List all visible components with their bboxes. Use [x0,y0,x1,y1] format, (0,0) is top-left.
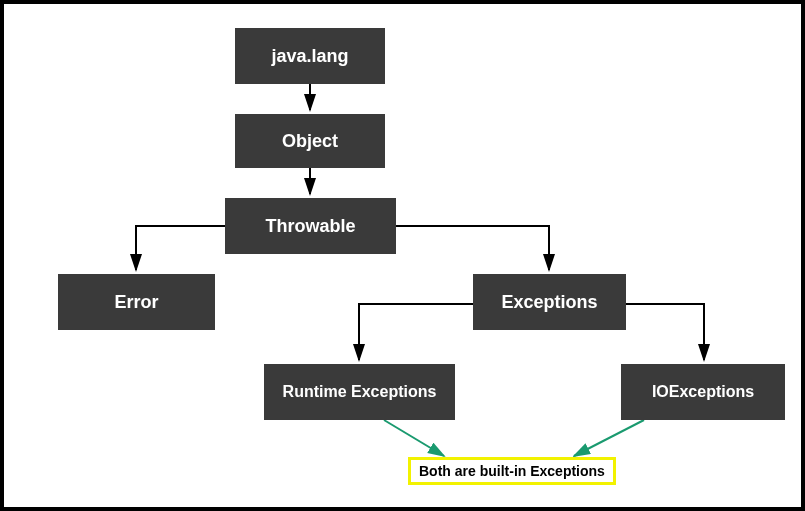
node-error: Error [58,274,215,330]
svg-line-2 [384,420,444,456]
edges-layer [4,4,801,507]
node-label: Object [282,131,338,152]
node-runtime-exceptions: Runtime Exceptions [264,364,455,420]
diagram-canvas: java.lang Object Throwable Error Excepti… [0,0,805,511]
node-io-exceptions: IOExceptions [621,364,785,420]
node-java-lang: java.lang [235,28,385,84]
node-label: Runtime Exceptions [283,383,437,401]
node-throwable: Throwable [225,198,396,254]
svg-line-3 [574,420,644,456]
note-text: Both are built-in Exceptions [419,463,605,479]
node-label: IOExceptions [652,383,754,401]
node-label: Exceptions [501,292,597,313]
node-label: Error [114,292,158,313]
node-exceptions: Exceptions [473,274,626,330]
node-label: java.lang [271,46,348,67]
node-object: Object [235,114,385,168]
node-label: Throwable [265,216,355,237]
annotation-note: Both are built-in Exceptions [408,457,616,485]
